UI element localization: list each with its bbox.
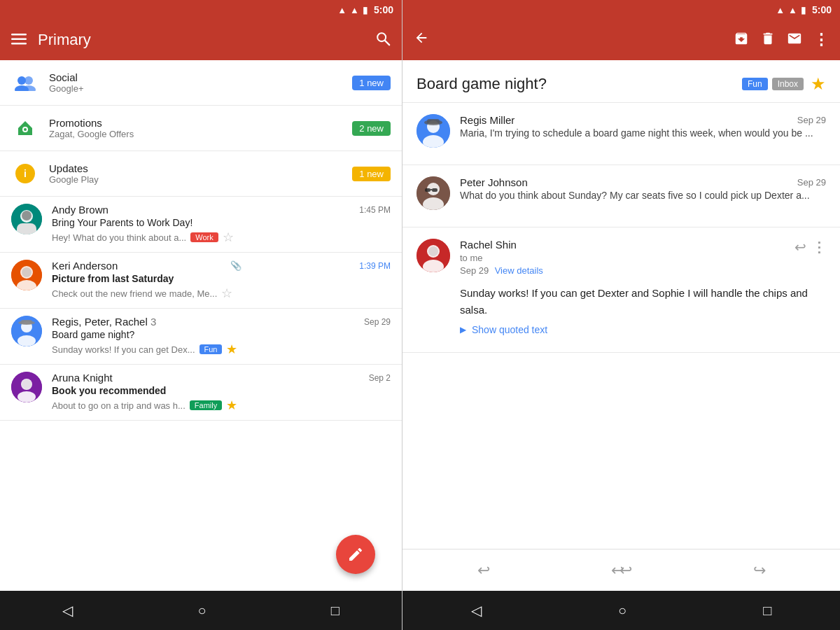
- email-keri[interactable]: Keri Anderson 📎 1:39 PM Picture from las…: [0, 253, 402, 309]
- detail-panel: ▲ ▲ ▮ 5:00: [402, 0, 840, 630]
- battery-icon: ▮: [363, 5, 368, 15]
- svg-line-4: [385, 41, 389, 45]
- social-icon: [11, 69, 39, 97]
- msg-regis-name: Regis Miller: [460, 114, 514, 126]
- svg-rect-15: [17, 223, 36, 234]
- email-andy-star[interactable]: ☆: [223, 230, 234, 245]
- info-circle: i: [15, 164, 35, 183]
- promotions-icon: [11, 114, 39, 142]
- email-regis[interactable]: Regis, Peter, Rachel 3 Sep 29 Board game…: [0, 309, 402, 365]
- view-details-link[interactable]: View details: [495, 265, 543, 276]
- category-social[interactable]: Social Google+ 1 new: [0, 60, 402, 106]
- show-quoted-label[interactable]: Show quoted text: [472, 324, 547, 335]
- category-updates[interactable]: i Updates Google Play 1 new: [0, 151, 402, 197]
- category-social-name: Social: [49, 71, 352, 83]
- nav-recents-icon[interactable]: □: [331, 603, 340, 619]
- category-promotions-info: Promotions Zagat, Google Offers: [49, 117, 352, 139]
- email-regis-sender: Regis, Peter, Rachel 3: [52, 316, 156, 328]
- email-keri-content: Keri Anderson 📎 1:39 PM Picture from las…: [52, 260, 391, 301]
- msg-peter-date: Sep 29: [797, 177, 826, 188]
- msg-regis-body: Maria, I'm trying to schedule a board ga…: [460, 126, 826, 141]
- reply-icon[interactable]: ↩: [794, 239, 806, 255]
- category-social-sub: Google+: [49, 83, 352, 94]
- category-updates-name: Updates: [49, 162, 352, 174]
- right-wifi-icon: ▲: [776, 5, 785, 15]
- email-keri-preview: Check out the new friend we made, Me...: [52, 288, 217, 299]
- category-promotions-sub: Zagat, Google Offers: [49, 129, 352, 139]
- email-andy-preview: Hey! What do you think about a...: [52, 232, 186, 243]
- forward-button[interactable]: ↪: [753, 561, 766, 580]
- email-aruna-star[interactable]: ★: [226, 398, 237, 413]
- rachel-body: Sunday works! If you can get Dexter and …: [416, 285, 826, 318]
- attachment-icon: 📎: [230, 260, 241, 271]
- detail-tags: Fun Inbox: [742, 78, 804, 90]
- more-options-icon[interactable]: ⋮: [813, 31, 829, 49]
- right-nav-recents-icon[interactable]: □: [763, 603, 771, 619]
- mark-unread-icon[interactable]: [787, 31, 802, 49]
- msg-peter-name: Peter Johnson: [460, 176, 528, 188]
- signal-icon: ▲: [350, 5, 359, 15]
- reply-button[interactable]: ↩: [477, 561, 490, 580]
- svg-rect-33: [427, 119, 440, 124]
- svg-rect-24: [21, 320, 32, 324]
- svg-point-22: [18, 335, 36, 346]
- svg-rect-2: [11, 43, 27, 45]
- left-topbar: Primary: [0, 20, 402, 60]
- email-andy-subject: Bring Your Parents to Work Day!: [52, 217, 391, 228]
- left-status-bar: ▲ ▲ ▮ 5:00: [0, 0, 402, 20]
- reply-bar: ↩ ↩ ↩ ↪: [402, 549, 840, 591]
- email-aruna-subject: Book you recommended: [52, 385, 391, 396]
- back-icon[interactable]: [414, 30, 429, 50]
- message-rachel: Rachel Shin to me Sep 29 View details ↩: [402, 227, 840, 353]
- right-nav-home-icon[interactable]: ○: [618, 603, 626, 619]
- email-andy-time: 1:45 PM: [359, 205, 391, 215]
- search-icon[interactable]: [375, 31, 391, 49]
- msg-peter-info: Peter Johnson Sep 29 What do you think a…: [460, 176, 826, 203]
- svg-rect-1: [11, 38, 27, 41]
- email-aruna-preview: About to go on a trip and was h...: [52, 400, 186, 411]
- msg-avatar-rachel: [416, 239, 450, 272]
- msg-regis-date: Sep 29: [797, 115, 826, 125]
- right-nav-back-icon[interactable]: ◁: [471, 602, 482, 619]
- msg-regis-info: Regis Miller Sep 29 Maria, I'm trying to…: [460, 114, 826, 141]
- msg-peter-body: What do you think about Sunday? My car s…: [460, 188, 826, 203]
- email-regis-tag: Fun: [200, 344, 223, 354]
- email-andy[interactable]: Andy Brown 1:45 PM Bring Your Parents to…: [0, 197, 402, 253]
- msg-to: to me: [460, 253, 483, 263]
- email-regis-time: Sep 29: [364, 317, 391, 327]
- category-updates-sub: Google Play: [49, 174, 352, 185]
- nav-back-icon[interactable]: ◁: [62, 602, 73, 619]
- menu-icon[interactable]: [11, 31, 27, 49]
- email-keri-star[interactable]: ☆: [221, 286, 232, 301]
- email-andy-content: Andy Brown 1:45 PM Bring Your Parents to…: [52, 204, 391, 245]
- promotions-badge: 2 new: [352, 121, 391, 136]
- archive-icon[interactable]: [734, 31, 749, 49]
- svg-point-27: [18, 391, 36, 402]
- show-quoted-text-row[interactable]: ▶ Show quoted text: [416, 318, 826, 341]
- email-aruna[interactable]: Aruna Knight Sep 2 Book you recommended …: [0, 365, 402, 421]
- email-keri-subject: Picture from last Saturday: [52, 273, 391, 284]
- email-regis-star[interactable]: ★: [226, 342, 237, 357]
- tag-fun: Fun: [742, 78, 768, 90]
- svg-point-14: [22, 211, 31, 220]
- nav-home-icon[interactable]: ○: [197, 603, 206, 619]
- reply-action-icon: ↩: [477, 561, 490, 580]
- compose-fab[interactable]: [336, 535, 375, 574]
- email-aruna-time: Sep 2: [369, 373, 391, 383]
- message-more-icon[interactable]: ⋮: [812, 239, 826, 255]
- detail-star[interactable]: ★: [811, 74, 826, 94]
- right-battery-icon: ▮: [801, 5, 806, 15]
- reply-all-button[interactable]: ↩ ↩: [611, 561, 632, 580]
- category-promotions[interactable]: Promotions Zagat, Google Offers 2 new: [0, 106, 402, 151]
- right-signal-icon: ▲: [788, 5, 797, 15]
- svg-rect-38: [432, 188, 438, 192]
- email-keri-sender: Keri Anderson: [52, 260, 118, 272]
- right-bottom-nav: ◁ ○ □: [402, 591, 840, 630]
- category-promotions-name: Promotions: [49, 117, 352, 129]
- detail-topbar: ⋮: [402, 20, 840, 60]
- message-peter: Peter Johnson Sep 29 What do you think a…: [402, 165, 840, 227]
- msg-rachel-date: Sep 29: [460, 265, 489, 276]
- delete-icon[interactable]: [760, 31, 776, 49]
- detail-subject: Board game night?: [416, 75, 735, 93]
- wifi-icon: ▲: [337, 5, 346, 15]
